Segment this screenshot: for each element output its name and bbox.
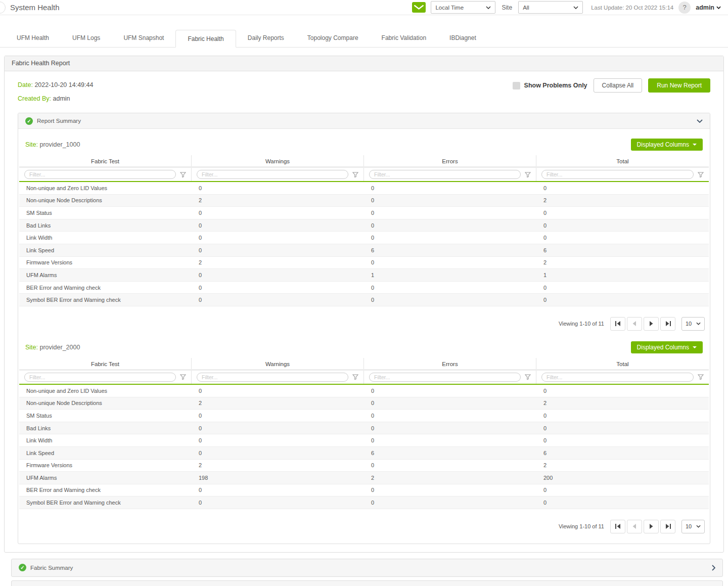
cell-test: Firmware Versions [19,462,192,468]
cell-warnings: 0 [192,285,364,291]
first-page-button[interactable] [610,520,625,533]
site-value: All [523,5,529,11]
date-value: 2022-10-20 14:49:44 [34,81,93,88]
table-row[interactable]: Link Width000 [19,232,709,244]
filter-funnel-icon[interactable] [180,172,186,177]
tab-ufm-logs[interactable]: UFM Logs [61,29,112,47]
table-row[interactable]: Non-unique and Zero LID Values000 [19,182,709,195]
displayed-columns-button[interactable]: Displayed Columns [631,139,703,151]
table-row[interactable]: Bad Links000 [19,422,709,435]
filter-funnel-icon[interactable] [525,172,531,177]
filter-input[interactable] [541,373,694,382]
filter-input[interactable] [369,373,521,382]
filter-funnel-icon[interactable] [180,374,186,380]
cell-errors: 0 [364,185,536,191]
filter-input[interactable] [24,373,176,382]
sidebar-toggle[interactable] [0,2,6,14]
table-row[interactable]: UFM Alarms011 [19,269,709,282]
fabric-summary-title: Fabric Summary [30,565,73,571]
column-header-fabric-test[interactable]: Fabric Test [19,358,192,369]
filter-funnel-icon[interactable] [525,374,531,380]
cell-total: 0 [536,210,709,216]
fabric-summary-header[interactable]: ✓ Fabric Summary [11,559,723,577]
page-size-select[interactable]: 10 [681,520,705,533]
cell-warnings: 0 [192,500,364,506]
cell-test: Non-unique and Zero LID Values [19,185,192,191]
last-page-button[interactable] [660,520,675,533]
cell-total: 1 [536,272,709,278]
cell-errors: 0 [364,425,536,431]
filter-input[interactable] [541,170,694,179]
timezone-select[interactable]: Local Time [431,1,495,14]
table-row[interactable]: BER Error and Warning check000 [19,484,709,497]
report-summary-header[interactable]: ✓ Report Summary [18,113,710,129]
cell-errors: 0 [364,297,536,303]
site-select[interactable]: All [518,1,583,14]
filter-funnel-icon[interactable] [698,374,704,380]
next-page-button[interactable] [644,520,659,533]
collapse-all-button[interactable]: Collapse All [594,78,643,93]
next-page-button[interactable] [644,317,659,331]
table-row[interactable]: Firmware Versions202 [19,257,709,269]
table-row[interactable]: SM Status000 [19,207,709,219]
next-section-partial[interactable] [11,580,723,586]
table-row[interactable]: Non-unique and Zero LID Values000 [19,385,709,397]
cell-test: SM Status [19,413,192,419]
table-row[interactable]: Symbol BER Error and Warning check000 [19,497,709,509]
displayed-columns-label: Displayed Columns [637,141,689,148]
tab-ibdiagnet[interactable]: IBDiagnet [438,29,488,47]
table-row[interactable]: BER Error and Warning check000 [19,282,709,294]
cell-errors: 0 [364,500,536,506]
column-header-fabric-test[interactable]: Fabric Test [19,155,192,166]
filter-input[interactable] [24,170,176,179]
table-row[interactable]: Bad Links000 [19,219,709,232]
displayed-columns-button[interactable]: Displayed Columns [631,341,703,353]
help-button[interactable]: ? [678,2,691,14]
first-page-button[interactable] [610,317,625,331]
show-problems-checkbox[interactable] [513,82,520,89]
table-row[interactable]: Link Speed066 [19,447,709,460]
table-row[interactable]: UFM Alarms1982200 [19,472,709,484]
tab-ufm-snapshot[interactable]: UFM Snapshot [112,29,175,47]
column-header-total[interactable]: Total [536,155,709,166]
table-row[interactable]: SM Status000 [19,410,709,422]
cell-warnings: 2 [192,400,364,406]
cell-test: Link Width [19,437,192,443]
table-row[interactable]: Non-unique Node Descriptions202 [19,397,709,410]
run-new-report-button[interactable]: Run New Report [648,78,710,93]
column-header-errors[interactable]: Errors [364,155,536,166]
column-header-warnings[interactable]: Warnings [192,155,364,166]
table-row[interactable]: Symbol BER Error and Warning check000 [19,294,709,306]
tab-daily-reports[interactable]: Daily Reports [236,29,296,47]
tab-topology-compare[interactable]: Topology Compare [296,29,370,47]
filter-funnel-icon[interactable] [698,172,704,177]
filter-input[interactable] [197,373,348,382]
tab-fabric-health[interactable]: Fabric Health [175,30,236,48]
filter-funnel-icon[interactable] [352,172,358,177]
table-row[interactable]: Link Speed066 [19,244,709,257]
table-row[interactable]: Non-unique Node Descriptions202 [19,195,709,207]
column-header-errors[interactable]: Errors [364,358,536,369]
page-size-select[interactable]: 10 [681,317,705,331]
filter-input[interactable] [369,170,521,179]
filter-row [19,371,709,385]
site-label: Site: [25,141,38,148]
previous-page-button[interactable] [627,520,642,533]
created-by-value: admin [53,95,70,102]
tab-ufm-health[interactable]: UFM Health [5,29,61,47]
cell-total: 6 [536,450,709,456]
column-header-total[interactable]: Total [536,358,709,369]
filter-funnel-icon[interactable] [352,374,358,380]
table-row[interactable]: Firmware Versions202 [19,460,709,472]
filter-input[interactable] [197,170,348,179]
chevron-right-icon[interactable] [712,565,715,571]
tab-fabric-validation[interactable]: Fabric Validation [370,29,438,47]
previous-page-button[interactable] [627,317,642,331]
column-header-warnings[interactable]: Warnings [192,358,364,369]
cell-warnings: 0 [192,487,364,493]
mail-icon[interactable] [412,2,426,13]
user-menu[interactable]: admin [696,4,721,11]
last-page-button[interactable] [660,317,675,331]
table-row[interactable]: Link Width000 [19,434,709,447]
chevron-down-icon[interactable] [697,119,703,123]
